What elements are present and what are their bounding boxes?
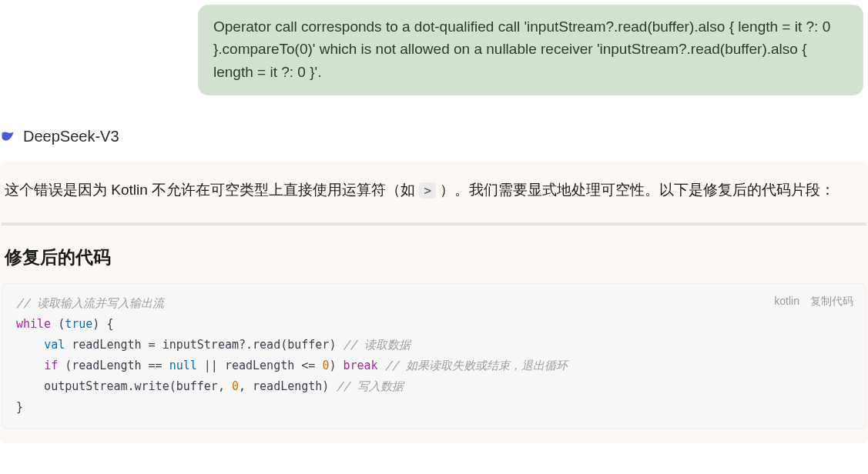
code-text: } xyxy=(16,400,23,414)
ai-header: DeepSeek-V3 xyxy=(0,95,868,145)
section-divider xyxy=(2,222,866,225)
code-comment: // 读取数据 xyxy=(343,338,410,352)
fixed-code-heading: 修复后的代码 xyxy=(5,245,866,269)
code-block-meta: kotlin 复制代码 xyxy=(774,292,853,311)
code-comment: // 写入数据 xyxy=(336,379,403,393)
inline-code-operator: > xyxy=(419,182,436,199)
code-text: outputStream.write(buffer, xyxy=(16,379,232,393)
code-comment: // 如果读取失败或结束，退出循环 xyxy=(385,359,568,372)
answer-intro-paragraph: 这个错误是因为 Kotlin 不允许在可空类型上直接使用运算符（如 > ）。我们… xyxy=(2,176,866,204)
code-language-label: kotlin xyxy=(774,292,799,311)
user-message-row: Operator call corresponds to a dot-quali… xyxy=(0,0,868,95)
code-comment: // 读取输入流并写入输出流 xyxy=(16,296,164,310)
code-text: ) { xyxy=(92,317,113,331)
user-message-bubble: Operator call corresponds to a dot-quali… xyxy=(198,5,863,95)
code-keyword-break: break xyxy=(343,359,377,372)
code-literal-true: true xyxy=(65,317,92,331)
intro-text-pre: 这个错误是因为 Kotlin 不允许在可空类型上直接使用运算符（如 xyxy=(5,182,419,198)
code-text: || readLength <= xyxy=(197,359,323,372)
chat-page: Operator call corresponds to a dot-quali… xyxy=(0,0,868,459)
ai-answer-block: 这个错误是因为 Kotlin 不允许在可空类型上直接使用运算符（如 > ）。我们… xyxy=(0,161,868,443)
code-literal-null: null xyxy=(169,359,197,372)
code-text: ) xyxy=(329,359,343,372)
intro-text-post: ）。我们需要显式地处理可空性。以下是修复后的代码片段： xyxy=(436,182,835,198)
ai-model-name: DeepSeek-V3 xyxy=(23,128,119,145)
copy-code-button[interactable]: 复制代码 xyxy=(810,292,853,311)
code-number: 0 xyxy=(232,379,239,393)
code-content: // 读取输入流并写入输出流 while (true) { val readLe… xyxy=(16,293,852,418)
code-block: kotlin 复制代码 // 读取输入流并写入输出流 while (true) … xyxy=(2,283,866,429)
code-keyword-if: if xyxy=(44,359,58,372)
code-keyword-while: while xyxy=(16,317,51,331)
user-message-text: Operator call corresponds to a dot-quali… xyxy=(213,18,830,80)
code-text: (readLength == xyxy=(58,359,169,372)
code-keyword-val: val xyxy=(44,338,65,352)
code-text: readLength = inputStream?.read(buffer) xyxy=(65,338,343,352)
code-text: , readLength) xyxy=(239,379,336,393)
deepseek-logo-icon xyxy=(0,129,15,145)
